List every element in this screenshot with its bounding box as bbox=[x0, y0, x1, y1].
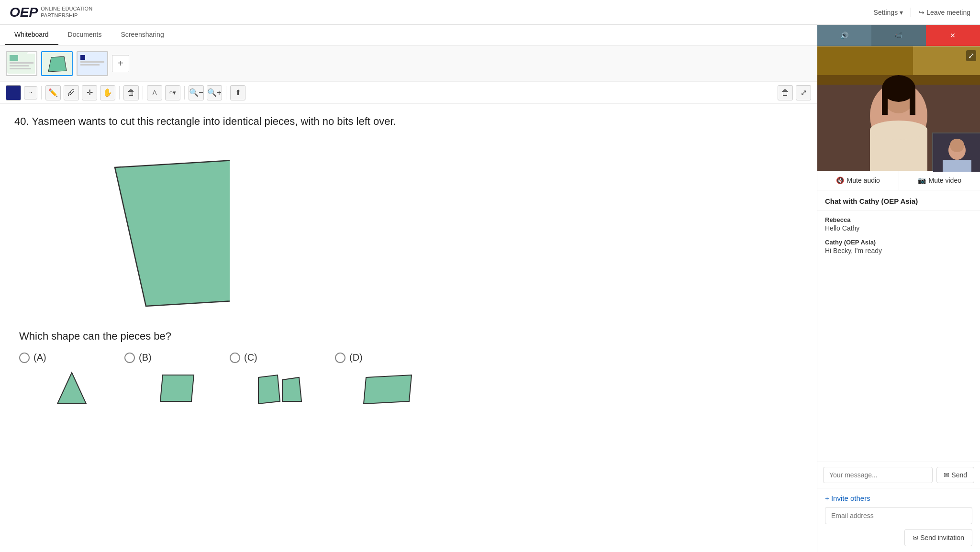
slide-thumbnail-bar: + bbox=[0, 45, 817, 82]
tilted-rectangle-svg bbox=[29, 139, 230, 311]
svg-marker-13 bbox=[258, 375, 280, 404]
svg-marker-6 bbox=[48, 56, 67, 72]
slide-thumb-2[interactable] bbox=[41, 51, 73, 76]
svg-marker-14 bbox=[282, 377, 301, 401]
toolbar-separator-1 bbox=[41, 86, 42, 99]
color-options-button[interactable]: ·· bbox=[24, 86, 37, 99]
upload-button[interactable]: ⬆ bbox=[230, 85, 245, 100]
invite-email-input[interactable] bbox=[825, 507, 972, 524]
clear-button[interactable]: 🗑 bbox=[778, 85, 793, 100]
whiteboard-canvas[interactable]: 40. Yasmeen wants to cut this rectangle … bbox=[0, 104, 817, 552]
option-D-label: (D) bbox=[349, 352, 363, 363]
svg-rect-8 bbox=[80, 55, 85, 60]
zoom-in-button[interactable]: 🔍+ bbox=[207, 85, 222, 100]
svg-point-29 bbox=[950, 139, 964, 152]
svg-rect-2 bbox=[10, 62, 33, 64]
video-control-button[interactable]: 📹 bbox=[871, 25, 925, 46]
svg-rect-10 bbox=[80, 64, 100, 66]
move-tool-button[interactable]: ✛ bbox=[82, 85, 97, 100]
svg-rect-3 bbox=[10, 65, 29, 66]
svg-point-26 bbox=[870, 121, 927, 140]
option-C-label: (C) bbox=[244, 352, 257, 363]
mute-video-button[interactable]: 📷 Mute video bbox=[899, 171, 980, 190]
logo: OEP ONLINE EDUCATIONPARTNERSHIP bbox=[10, 5, 92, 20]
tab-whiteboard[interactable]: Whiteboard bbox=[5, 25, 58, 45]
rectangle-shape bbox=[115, 158, 230, 306]
slide-thumb-3[interactable] bbox=[77, 51, 108, 76]
send-icon: ✉ bbox=[944, 471, 949, 479]
option-D[interactable]: (D) bbox=[335, 352, 440, 363]
svg-marker-11 bbox=[57, 373, 86, 404]
send-label: Send bbox=[951, 471, 967, 479]
send-invitation-button[interactable]: ✉ Send invitation bbox=[904, 529, 972, 546]
fullscreen-button[interactable]: ⤢ bbox=[796, 85, 811, 100]
svg-rect-9 bbox=[80, 61, 104, 63]
svg-rect-1 bbox=[10, 55, 18, 61]
right-panel: 🔊 📹 ✕ bbox=[817, 25, 980, 552]
option-B[interactable]: (B) bbox=[124, 352, 230, 363]
answer-options-row: (A) (B) (C) (D) bbox=[19, 352, 798, 363]
camera-icon: 📹 bbox=[894, 32, 902, 39]
content-area: Whiteboard Documents Screensharing bbox=[0, 25, 817, 552]
tab-screensharing[interactable]: Screensharing bbox=[111, 25, 173, 45]
question-text: 40. Yasmeen wants to cut this rectangle … bbox=[14, 113, 802, 129]
shapes-tool-button[interactable]: ○▾ bbox=[165, 85, 180, 100]
top-bar-right: Settings ▾ ↪ Leave meeting bbox=[874, 8, 970, 17]
settings-button[interactable]: Settings ▾ bbox=[874, 9, 903, 16]
radio-B[interactable] bbox=[124, 353, 135, 363]
shape-D bbox=[335, 368, 440, 406]
send-invite-icon: ✉ bbox=[913, 534, 918, 541]
color-picker[interactable] bbox=[6, 85, 21, 100]
option-A[interactable]: (A) bbox=[19, 352, 124, 363]
main-layout: Whiteboard Documents Screensharing bbox=[0, 25, 980, 552]
shape-B bbox=[124, 368, 230, 406]
eraser-tool-button[interactable]: 🖊 bbox=[64, 85, 79, 100]
tab-documents[interactable]: Documents bbox=[58, 25, 111, 45]
chat-input-field[interactable] bbox=[823, 467, 933, 483]
pencil-tool-button[interactable]: ✏️ bbox=[45, 85, 61, 100]
answer-section: Which shape can the pieces be? (A) (B) (… bbox=[14, 330, 802, 406]
svg-rect-23 bbox=[882, 88, 888, 115]
close-icon: ✕ bbox=[950, 32, 956, 39]
chat-message-1: Rebecca Hello Cathy bbox=[825, 216, 972, 232]
chat-input-row: ✉ Send bbox=[817, 462, 980, 488]
add-slide-button[interactable]: + bbox=[112, 55, 129, 72]
toolbar-right: 🗑 ⤢ bbox=[778, 85, 811, 100]
chat-text-2: Hi Becky, I'm ready bbox=[825, 247, 972, 254]
chat-sender-1: Rebecca bbox=[825, 216, 972, 223]
toolbar-separator-2 bbox=[119, 86, 120, 99]
toolbar-separator-4 bbox=[184, 86, 185, 99]
zoom-out-button[interactable]: 🔍− bbox=[189, 85, 204, 100]
question-number: 40. bbox=[14, 115, 29, 127]
rectangle-figure bbox=[29, 139, 802, 311]
settings-label: Settings bbox=[874, 9, 898, 16]
text-tool-button[interactable]: A bbox=[147, 85, 162, 100]
end-call-button[interactable]: ✕ bbox=[926, 25, 980, 46]
slide-thumb-1[interactable] bbox=[6, 51, 37, 76]
mute-row: 🔇 Mute audio 📷 Mute video bbox=[817, 171, 980, 190]
speaker-icon: 🔊 bbox=[840, 32, 848, 39]
invite-others-button[interactable]: + Invite others bbox=[825, 494, 972, 502]
logo-full: ONLINE EDUCATIONPARTNERSHIP bbox=[41, 6, 92, 18]
option-C[interactable]: (C) bbox=[230, 352, 335, 363]
mute-audio-icon: 🔇 bbox=[836, 177, 844, 184]
toolbar: ·· ✏️ 🖊 ✛ ✋ 🗑 A ○▾ 🔍− 🔍+ ⬆ 🗑 ⤢ bbox=[0, 82, 817, 104]
radio-C[interactable] bbox=[230, 353, 240, 363]
radio-A[interactable] bbox=[19, 353, 30, 363]
mute-audio-button[interactable]: 🔇 Mute audio bbox=[817, 171, 899, 190]
chat-send-button[interactable]: ✉ Send bbox=[936, 467, 974, 483]
svg-marker-12 bbox=[160, 375, 194, 401]
hand-tool-button[interactable]: ✋ bbox=[100, 85, 115, 100]
question-body: Yasmeen wants to cut this rectangle into… bbox=[32, 115, 396, 127]
leave-meeting-button[interactable]: ↪ Leave meeting bbox=[919, 9, 970, 16]
option-B-label: (B) bbox=[139, 352, 152, 363]
delete-button[interactable]: 🗑 bbox=[123, 85, 139, 100]
radio-D[interactable] bbox=[335, 353, 345, 363]
svg-rect-30 bbox=[943, 160, 971, 172]
tab-bar: Whiteboard Documents Screensharing bbox=[0, 25, 817, 45]
top-bar: OEP ONLINE EDUCATIONPARTNERSHIP Settings… bbox=[0, 0, 980, 25]
option-A-label: (A) bbox=[33, 352, 46, 363]
audio-control-button[interactable]: 🔊 bbox=[817, 25, 871, 46]
video-feed: ⤢ bbox=[817, 46, 980, 171]
fullscreen-icon[interactable]: ⤢ bbox=[966, 50, 976, 61]
